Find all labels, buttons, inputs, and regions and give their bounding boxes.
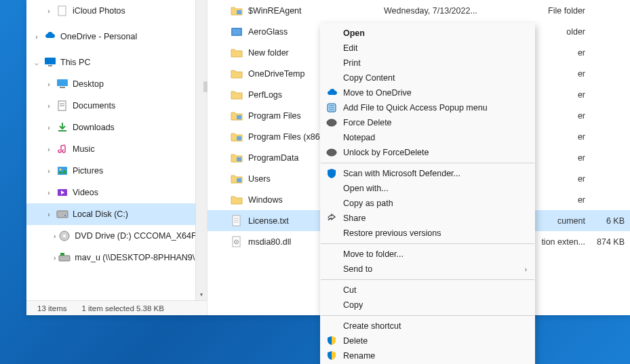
ctx-sendto[interactable]: Send to ›	[320, 262, 535, 277]
share-icon	[326, 212, 338, 224]
tree-item-music[interactable]: › Music	[26, 138, 207, 160]
chevron-right-icon[interactable]: ›	[32, 33, 41, 41]
tree-item-dvd[interactable]: › DVD Drive (D:) CCCOMA_X64FRE_EN-O	[26, 225, 207, 247]
ctx-open[interactable]: Open	[320, 26, 535, 41]
folder-icon	[231, 89, 243, 101]
file-name: PerfLogs	[248, 90, 282, 100]
chevron-right-icon[interactable]: ›	[44, 102, 54, 110]
svg-point-30	[236, 241, 237, 243]
tree-item-downloads[interactable]: › Downloads	[26, 117, 207, 138]
tree-item-network[interactable]: › mav_u (\\DESKTOP-8PHHAN9\Users) (	[26, 247, 207, 268]
tree-label: Music	[73, 144, 95, 154]
file-name: Windows	[248, 195, 283, 205]
ctx-notepad[interactable]: Notepad	[320, 130, 535, 145]
desktop-icon	[56, 78, 68, 90]
tree-label: mav_u (\\DESKTOP-8PHHAN9\Users) (	[75, 253, 207, 262]
tree-label: Documents	[73, 101, 115, 110]
tree-label: DVD Drive (D:) CCCOMA_X64FRE_EN-O	[75, 231, 207, 241]
tree-item-thispc[interactable]: ⌵ This PC	[26, 52, 207, 73]
svg-point-14	[63, 235, 66, 237]
svg-point-9	[60, 169, 62, 171]
svg-rect-15	[59, 256, 70, 261]
ctx-share[interactable]: Share	[320, 211, 535, 226]
svg-rect-19	[233, 29, 241, 35]
chevron-right-icon[interactable]: ›	[44, 81, 54, 88]
uac-shield-icon	[326, 335, 338, 347]
file-name: OneDriveTemp	[248, 69, 304, 79]
documents-icon	[56, 100, 68, 112]
nav-scrollbar[interactable]: ▾	[195, 0, 207, 300]
folder-icon	[231, 68, 243, 80]
file-name: Users	[248, 174, 271, 184]
file-name: $WinREAgent	[248, 6, 302, 16]
item-count: 13 items	[37, 304, 66, 312]
ctx-edit[interactable]: Edit	[320, 41, 535, 56]
tree-item-icloud[interactable]: › iCloud Photos	[26, 0, 207, 22]
ctx-copy[interactable]: Copy	[320, 298, 535, 312]
ctx-rename[interactable]: Rename	[320, 348, 535, 363]
context-menu: Open Edit Print Copy Content Move to One…	[320, 23, 535, 364]
pictures-icon	[56, 165, 68, 177]
ctx-createshortcut[interactable]: Create shortcut	[320, 319, 535, 333]
ctx-unlock[interactable]: Unlock by ForceDelete	[320, 145, 535, 160]
ctx-defender[interactable]: Scan with Microsoft Defender...	[320, 166, 535, 181]
ctx-forcedelete[interactable]: Force Delete	[320, 115, 535, 130]
chevron-right-icon[interactable]: ›	[44, 211, 54, 218]
file-row[interactable]: $WinREAgentWednesday, 7/13/2022...File f…	[208, 0, 630, 21]
ctx-openwith[interactable]: Open with...	[320, 181, 535, 196]
tree-item-localdisk[interactable]: › Local Disk (C:)	[26, 203, 207, 225]
file-size: 874 KB	[589, 237, 630, 247]
network-drive-icon	[58, 251, 71, 264]
tree-item-onedrive[interactable]: › OneDrive - Personal	[26, 26, 207, 47]
svg-rect-17	[237, 10, 241, 14]
tree-label: Pictures	[73, 166, 103, 176]
tree-item-documents[interactable]: › Documents	[26, 95, 207, 117]
ctx-movetofolder[interactable]: Move to folder...	[320, 247, 535, 262]
folder-icon	[231, 5, 243, 17]
uac-shield-icon	[326, 350, 338, 362]
file-name: msdia80.dll	[248, 237, 291, 247]
ctx-cut[interactable]: Cut	[320, 283, 535, 298]
chevron-right-icon[interactable]: ›	[44, 146, 54, 153]
ctx-copyaspath[interactable]: Copy as path	[320, 196, 535, 211]
ctx-copycontent[interactable]: Copy Content	[320, 70, 535, 85]
chevron-right-icon[interactable]: ›	[44, 167, 54, 175]
tree-label: OneDrive - Personal	[60, 32, 137, 41]
ctx-addquickaccess[interactable]: Add File to Quick Access Popup menu	[320, 100, 535, 115]
separator	[321, 315, 534, 316]
cloud-icon	[326, 87, 338, 99]
tree-item-desktop[interactable]: › Desktop	[26, 73, 207, 95]
svg-rect-16	[60, 253, 64, 256]
tree-item-videos[interactable]: › Videos	[26, 182, 207, 203]
file-size: 6 KB	[589, 216, 630, 226]
chevron-right-icon[interactable]: ›	[54, 232, 56, 240]
tree-item-pictures[interactable]: › Pictures	[26, 160, 207, 182]
splitter-handle[interactable]	[203, 81, 208, 92]
ctx-delete[interactable]: Delete	[320, 333, 535, 348]
svg-rect-11	[57, 211, 68, 218]
ctx-restoreprev[interactable]: Restore previous versions	[320, 226, 535, 241]
ctx-movetoonedrive[interactable]: Move to OneDrive	[320, 85, 535, 100]
cloud-icon	[44, 31, 56, 43]
ctx-print[interactable]: Print	[320, 56, 535, 70]
chevron-down-icon[interactable]: ⌵	[32, 59, 41, 66]
folder-icon	[231, 47, 243, 59]
scroll-down-icon[interactable]: ▾	[196, 289, 207, 300]
music-icon	[56, 143, 68, 155]
navigation-pane: › iCloud Photos › OneDrive - Personal ⌵ …	[26, 0, 207, 315]
shield-icon	[326, 167, 338, 180]
svg-rect-8	[58, 167, 67, 175]
chevron-right-icon[interactable]: ›	[44, 189, 54, 197]
file-name: New folder	[248, 48, 289, 58]
tree-label: iCloud Photos	[73, 6, 125, 16]
chevron-right-icon[interactable]: ›	[44, 124, 54, 132]
chevron-right-icon[interactable]: ›	[44, 7, 54, 15]
svg-rect-0	[58, 6, 66, 16]
svg-rect-1	[45, 58, 56, 64]
chevron-right-icon[interactable]: ›	[54, 254, 56, 262]
chevron-right-icon: ›	[525, 266, 527, 273]
status-bar: 13 items 1 item selected 5.38 KB	[26, 300, 207, 315]
file-date: Wednesday, 7/13/2022...	[384, 6, 486, 16]
svg-rect-2	[48, 65, 52, 66]
svg-rect-20	[237, 115, 241, 119]
